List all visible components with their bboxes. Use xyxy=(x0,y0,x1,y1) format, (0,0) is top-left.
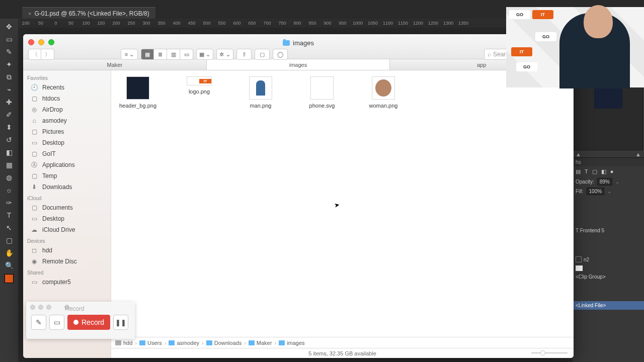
layer-toggle-icon[interactable]: ● xyxy=(610,168,614,175)
layer-item-swatch[interactable] xyxy=(573,264,644,273)
sidebar-item-icloud-drive[interactable]: ☁iCloud Drive xyxy=(23,224,111,235)
sidebar-item-downloads[interactable]: ⬇Downloads xyxy=(23,182,111,193)
tab-maker[interactable]: Maker xyxy=(23,59,207,70)
gradient-tool-icon[interactable]: ▦ xyxy=(3,159,15,171)
layer-item-group[interactable]: n2 xyxy=(573,255,644,264)
sidebar-item-temp[interactable]: ▢Temp xyxy=(23,170,111,182)
triangle-left-icon[interactable]: ▲ xyxy=(576,151,581,157)
file-item[interactable]: phone.svg xyxy=(299,76,345,109)
tags-button[interactable]: ◯ xyxy=(273,49,288,60)
layer-linked-file[interactable]: <Linked File> xyxy=(573,301,644,310)
icon-view-button[interactable]: ▦ xyxy=(141,49,154,60)
folder-icon xyxy=(139,340,145,345)
layer-shape-icon[interactable]: ▢ xyxy=(592,168,597,175)
path-crumb[interactable]: asmodey xyxy=(169,340,199,346)
layer-filter-icon[interactable]: ▤ xyxy=(576,168,581,175)
back-button[interactable]: 〈 xyxy=(28,49,41,60)
sort-menu-button[interactable]: ≡ ⌄ xyxy=(121,49,138,60)
new-folder-button[interactable]: ▢ xyxy=(255,49,270,60)
stamp-tool-icon[interactable]: ⬍ xyxy=(3,121,15,133)
rectangle-tool-icon[interactable]: ▢ xyxy=(3,234,15,246)
brush-tool-icon[interactable]: ✐ xyxy=(3,109,15,121)
list-view-button[interactable]: ≣ xyxy=(154,49,167,60)
sidebar-item-label: Temp xyxy=(42,172,57,179)
column-view-button[interactable]: ▥ xyxy=(167,49,180,60)
tab-images[interactable]: images xyxy=(207,59,390,70)
record-button[interactable]: Record xyxy=(67,315,110,330)
triangle-right-icon[interactable]: ▲ xyxy=(635,151,641,157)
photoshop-document-tab[interactable]: × G-01.psd @ 65.7% (<Linked File>, RGB/8… xyxy=(22,7,155,20)
view-mode-group: ▦ ≣ ▥ ▭ xyxy=(141,49,193,60)
hand-tool-icon[interactable]: ✋ xyxy=(3,247,15,259)
eraser-tool-icon[interactable]: ◧ xyxy=(3,146,15,158)
forward-button[interactable]: 〉 xyxy=(41,49,54,60)
path-crumb[interactable]: Downloads xyxy=(206,340,242,346)
sidebar-item-remote-disc[interactable]: ◉Remote Disc xyxy=(23,256,111,267)
chevron-down-icon[interactable]: ⌄ xyxy=(615,179,619,185)
paths-panel-tab[interactable]: hs xyxy=(573,157,644,166)
sidebar-item-computer5[interactable]: ▭computer5 xyxy=(23,277,111,288)
sidebar-item-desktop[interactable]: ▭Desktop xyxy=(23,213,111,224)
gallery-view-button[interactable]: ▭ xyxy=(180,49,193,60)
recorder-body: ✎ ▭ Record ❚❚ xyxy=(26,312,135,333)
recorder-traffic-dot[interactable] xyxy=(46,305,51,310)
zoom-slider[interactable] xyxy=(531,350,568,355)
close-tab-icon[interactable]: × xyxy=(28,11,31,17)
sidebar-item-icon: ⌂ xyxy=(30,117,38,124)
chevron-down-icon[interactable]: ⌄ xyxy=(607,189,611,194)
dodge-tool-icon[interactable]: ☼ xyxy=(3,184,15,196)
sidebar-item-htdocs[interactable]: ▢htdocs xyxy=(23,93,111,104)
layer-type-icon[interactable]: T xyxy=(585,168,588,175)
sidebar-item-asmodey[interactable]: ⌂asmodey xyxy=(23,115,111,126)
file-item[interactable]: man.png xyxy=(238,76,283,109)
fill-value[interactable]: 100% xyxy=(587,188,605,195)
webcam-head xyxy=(584,5,613,38)
foreground-color-swatch[interactable] xyxy=(5,274,14,283)
share-button[interactable]: ⇧ xyxy=(236,49,252,60)
finder-icons-area[interactable]: header_bg.png IT logo.png man.png phone.… xyxy=(111,70,574,337)
layer-item-frontend[interactable]: T Frontend 5 xyxy=(573,226,644,235)
blur-tool-icon[interactable]: ◍ xyxy=(3,171,15,184)
healing-tool-icon[interactable]: ✚ xyxy=(3,96,15,108)
zoom-tool-icon[interactable]: 🔍 xyxy=(3,259,15,272)
lasso-tool-icon[interactable]: ✎ xyxy=(3,46,15,58)
sidebar-item-airdrop[interactable]: ◎AirDrop xyxy=(23,104,111,115)
sidebar-item-goit[interactable]: ▢GoIT xyxy=(23,148,111,159)
recorder-traffic-dot[interactable] xyxy=(30,305,35,310)
sidebar-item-documents[interactable]: ▢Documents xyxy=(23,202,111,213)
recorder-title: Record xyxy=(64,305,69,310)
pen-tool-icon[interactable]: ✑ xyxy=(3,197,15,209)
layer-clip-group[interactable]: <Clip Group> xyxy=(573,273,644,281)
sidebar-item-desktop[interactable]: ▭Desktop xyxy=(23,137,111,148)
sidebar-item-label: Recents xyxy=(42,84,64,91)
sidebar-item-applications[interactable]: ⒶApplications xyxy=(23,159,111,170)
move-tool-icon[interactable]: ✥ xyxy=(3,21,15,33)
crop-tool-icon[interactable]: ⧉ xyxy=(3,71,15,83)
file-item[interactable]: header_bg.png xyxy=(115,76,160,109)
path-crumb[interactable]: Users xyxy=(139,340,162,346)
recorder-traffic-dot[interactable] xyxy=(38,305,43,310)
opacity-value[interactable]: 89% xyxy=(597,178,612,186)
eyedropper-tool-icon[interactable]: ⌁ xyxy=(3,83,15,96)
sidebar-item-hdd[interactable]: ◻hdd xyxy=(23,245,111,256)
recorder-edit-button[interactable]: ✎ xyxy=(31,315,46,330)
file-item[interactable]: woman.png xyxy=(361,76,406,109)
recorder-screen-button[interactable]: ▭ xyxy=(49,315,64,330)
path-crumb[interactable]: Maker xyxy=(249,340,272,346)
marquee-tool-icon[interactable]: ▭ xyxy=(3,33,15,45)
path-crumb[interactable]: images xyxy=(279,340,304,346)
file-item[interactable]: IT logo.png xyxy=(177,76,222,95)
group-menu-button[interactable]: ▦ ⌄ xyxy=(196,49,213,60)
chevron-right-icon: › xyxy=(274,340,276,346)
sidebar-item-recents[interactable]: 🕘Recents xyxy=(23,82,111,93)
path-tool-icon[interactable]: ↖ xyxy=(3,222,15,234)
path-crumb[interactable]: hdd xyxy=(115,340,132,346)
sidebar-item-pictures[interactable]: ▢Pictures xyxy=(23,126,111,137)
action-menu-button[interactable]: ✲ ⌄ xyxy=(216,49,233,60)
type-tool-icon[interactable]: T xyxy=(3,209,15,221)
history-brush-tool-icon[interactable]: ↺ xyxy=(3,134,15,146)
wand-tool-icon[interactable]: ✦ xyxy=(3,58,15,70)
pause-button[interactable]: ❚❚ xyxy=(113,315,128,330)
file-label: logo.png xyxy=(189,88,210,95)
layer-smart-icon[interactable]: ◧ xyxy=(601,168,606,175)
